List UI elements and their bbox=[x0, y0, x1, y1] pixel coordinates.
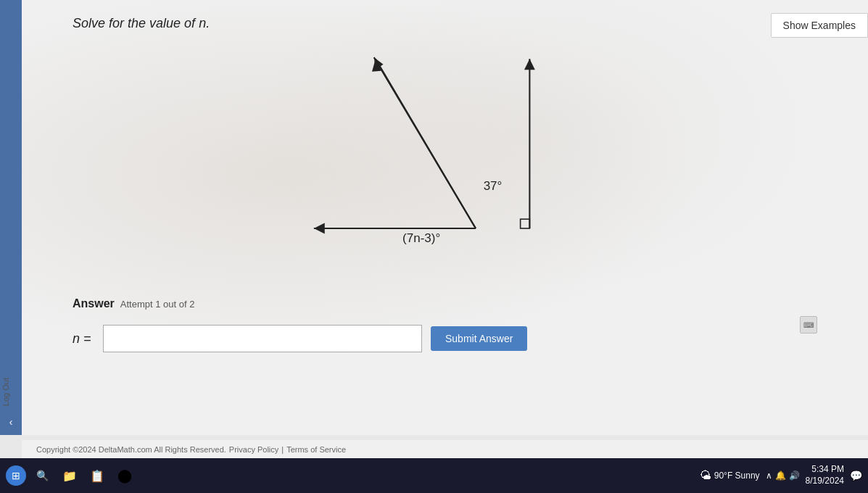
footer-separator: | bbox=[281, 445, 284, 454]
sidebar-collapse-arrow[interactable]: ‹ bbox=[9, 416, 13, 428]
svg-marker-9 bbox=[524, 59, 535, 70]
problem-statement: Solve for the value of n. bbox=[73, 16, 210, 31]
answer-section: Answer Attempt 1 out of 2 n = Submit Ans… bbox=[73, 297, 817, 352]
answer-label: Answer bbox=[73, 297, 115, 310]
taskbar-windows-button[interactable]: ⊞ bbox=[6, 465, 26, 486]
attempt-text: Attempt 1 out of 2 bbox=[120, 299, 195, 310]
notification-center[interactable]: 💬 bbox=[850, 470, 862, 481]
answer-input-row: n = Submit Answer ⌨ bbox=[73, 325, 817, 352]
taskbar-app3[interactable]: 📋 bbox=[86, 464, 109, 487]
taskbar-chrome[interactable]: ⬤ bbox=[113, 464, 136, 487]
taskbar-file-explorer[interactable]: 📁 bbox=[58, 464, 81, 487]
system-tray-icons: ∧ 🔔 🔊 bbox=[766, 471, 800, 481]
show-examples-button[interactable]: Show Examples bbox=[771, 13, 868, 38]
svg-text:37°: 37° bbox=[484, 179, 503, 193]
logout-button[interactable]: Log Out bbox=[1, 378, 10, 406]
answer-label-row: Answer Attempt 1 out of 2 bbox=[73, 297, 817, 310]
privacy-policy-link[interactable]: Privacy Policy bbox=[229, 445, 278, 454]
svg-marker-8 bbox=[314, 223, 325, 234]
footer: Copyright ©2024 DeltaMath.com All Rights… bbox=[22, 440, 868, 458]
clock-date: 8/19/2024 bbox=[806, 476, 844, 487]
variable-equals-label: n = bbox=[73, 331, 94, 347]
keyboard-shortcut-hint: ⌨ bbox=[800, 316, 817, 334]
problem-text-static: Solve for the value of bbox=[73, 16, 195, 30]
svg-line-2 bbox=[374, 57, 476, 228]
taskbar-search[interactable]: 🔍 bbox=[30, 464, 54, 487]
weather-text: 90°F Sunny bbox=[714, 471, 760, 481]
weather-widget[interactable]: 🌤 90°F Sunny bbox=[700, 469, 760, 482]
tray-icon-1[interactable]: ∧ bbox=[766, 471, 772, 481]
clock-time: 5:34 PM bbox=[806, 464, 844, 476]
diagram-svg: 37° (7n-3)° bbox=[58, 44, 832, 290]
tray-icon-2[interactable]: 🔔 bbox=[775, 471, 786, 481]
svg-text:(7n-3)°: (7n-3)° bbox=[402, 231, 440, 245]
problem-variable: n bbox=[199, 16, 206, 30]
geometry-diagram: 37° (7n-3)° bbox=[58, 44, 832, 290]
terms-of-service-link[interactable]: Terms of Service bbox=[286, 445, 346, 454]
weather-icon: 🌤 bbox=[700, 469, 711, 482]
sidebar: ‹ bbox=[0, 0, 22, 435]
svg-rect-5 bbox=[521, 219, 530, 228]
submit-answer-button[interactable]: Submit Answer bbox=[431, 326, 527, 351]
system-clock[interactable]: 5:34 PM 8/19/2024 bbox=[806, 464, 844, 486]
answer-input[interactable] bbox=[103, 325, 422, 352]
copyright-text: Copyright ©2024 DeltaMath.com All Rights… bbox=[36, 445, 226, 454]
main-content: Show Examples Solve for the value of n. bbox=[22, 0, 868, 435]
tray-icon-3[interactable]: 🔊 bbox=[789, 471, 800, 481]
taskbar: ⊞ 🔍 📁 📋 ⬤ 🌤 90°F Sunny ∧ 🔔 🔊 5:34 PM 8/1… bbox=[0, 458, 868, 493]
taskbar-right-section: 🌤 90°F Sunny ∧ 🔔 🔊 5:34 PM 8/19/2024 💬 bbox=[700, 464, 862, 486]
